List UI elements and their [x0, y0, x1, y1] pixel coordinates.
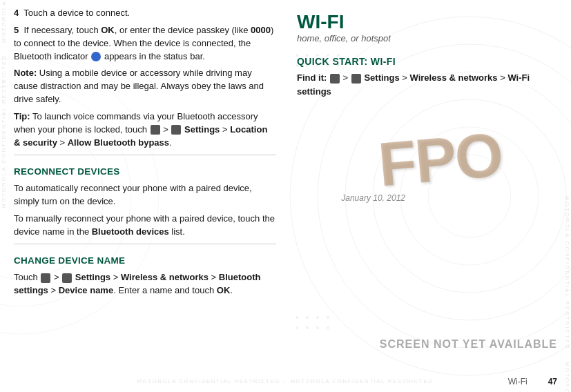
settings-icon-3 — [351, 74, 361, 84]
reconnect-p1: To automatically reconnect your phone wi… — [14, 182, 276, 208]
quick-start-heading: QUICK START: WI-FI — [297, 56, 557, 67]
menu-icon — [151, 125, 160, 135]
menu-icon-2 — [41, 273, 50, 283]
find-it-text: Find it: > Settings > Wireless & network… — [297, 71, 557, 98]
find-it-label: Find it: — [297, 72, 327, 83]
left-content: 4 Touch a device to connect. 5 If necess… — [0, 0, 290, 392]
footer-label: Wi-Fi — [508, 377, 528, 386]
footer: Wi-Fi 47 — [508, 377, 557, 386]
date-stamp: January 10, 2012 — [341, 193, 405, 203]
tip-block: Tip: To launch voice commands via your B… — [14, 110, 276, 150]
wifi-title: WI-FI — [297, 12, 557, 32]
note-label: Note: — [14, 68, 37, 78]
step-4-text: Touch a device to connect. — [23, 8, 130, 18]
settings-icon-2 — [62, 273, 72, 283]
step-4: 4 Touch a device to connect. — [14, 7, 276, 20]
menu-icon-3 — [330, 74, 340, 84]
note-text: Using a mobile device or accessory while… — [14, 68, 264, 104]
bluetooth-icon — [91, 52, 101, 61]
step-5: 5 If necessary, touch OK, or enter the d… — [14, 24, 276, 63]
note-block: Note: Using a mobile device or accessory… — [14, 67, 276, 106]
tip-text: To launch voice commands via your Blueto… — [14, 111, 267, 148]
right-content: WI-FI home, office, or hotspot QUICK STA… — [290, 0, 571, 392]
footer-page-number: 47 — [548, 377, 557, 386]
reconnect-p2: To manually reconnect your phone with a … — [14, 213, 276, 239]
find-it-wireless: Wireless & networks — [410, 72, 498, 83]
change-p1: Touch > Settings > Wireless & networks >… — [14, 271, 276, 297]
wifi-subtitle: home, office, or hotspot — [297, 33, 557, 43]
divider-1 — [14, 155, 276, 155]
step-5-text: If necessary, touch OK, or enter the dev… — [14, 25, 273, 61]
find-it-icon1 — [329, 72, 340, 83]
change-heading: CHANGE DEVICE NAME — [14, 254, 276, 268]
divider-2 — [14, 244, 276, 244]
step-4-num: 4 — [14, 8, 19, 18]
find-it-settings: Settings — [364, 72, 399, 83]
reconnect-heading: RECONNECT DEVICES — [14, 165, 276, 179]
tip-label: Tip: — [14, 111, 30, 121]
settings-icon-small — [171, 125, 181, 135]
step-5-num: 5 — [14, 25, 19, 35]
